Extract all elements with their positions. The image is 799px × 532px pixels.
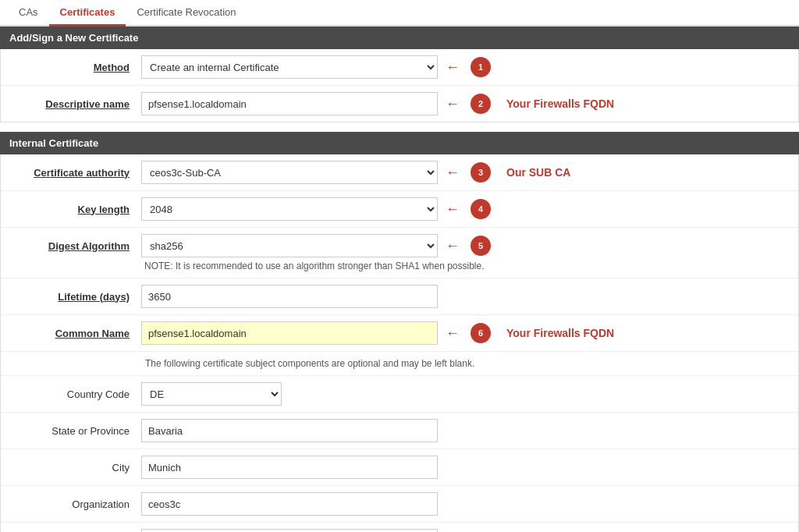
common-name-control-wrap: ← 6 Your Firewalls FQDN: [141, 321, 790, 345]
descriptive-name-input[interactable]: [141, 92, 438, 115]
certificate-authority-label: Certificate authority: [9, 167, 141, 179]
organization-row: Organization: [1, 486, 798, 523]
lifetime-row: Lifetime (days): [1, 278, 798, 315]
lifetime-input[interactable]: [141, 285, 438, 308]
organization-label: Organization: [9, 498, 141, 510]
digest-algorithm-label: Digest Algorithm: [9, 240, 141, 252]
key-length-row: Key length 512 1024 2048 4096 ← 4: [1, 191, 798, 228]
org-unit-input[interactable]: [141, 529, 438, 532]
state-province-input[interactable]: [141, 419, 438, 442]
certificate-authority-select[interactable]: ceos3c-Sub-CA: [141, 161, 438, 184]
country-code-select[interactable]: DE US GB FR: [141, 382, 282, 406]
add-sign-form: Method Create an internal Certificate Im…: [0, 49, 799, 122]
tab-certificates[interactable]: Certificates: [49, 0, 126, 27]
descriptive-name-control-wrap: ← 2 Your Firewalls FQDN: [141, 92, 790, 115]
country-code-control-wrap: DE US GB FR: [141, 382, 790, 406]
descriptive-name-step-number: 2: [471, 94, 491, 114]
organization-input[interactable]: [141, 492, 438, 516]
organization-control-wrap: [141, 492, 790, 516]
country-code-label: Country Code: [9, 388, 141, 400]
certificate-authority-row: Certificate authority ceos3c-Sub-CA ← 3 …: [1, 154, 798, 191]
tabs-bar: CAs Certificates Certificate Revocation: [0, 0, 799, 27]
key-length-step-number: 4: [471, 199, 491, 219]
ca-annotation: Our SUB CA: [506, 166, 570, 179]
lifetime-control-wrap: [141, 285, 790, 308]
state-province-row: State or Province: [1, 413, 798, 449]
common-name-label: Common Name: [9, 328, 141, 339]
descriptive-name-arrow-icon: ←: [446, 96, 460, 112]
internal-cert-header: Internal Certificate: [0, 132, 799, 154]
common-name-arrow-icon: ←: [446, 325, 460, 342]
key-length-control-wrap: 512 1024 2048 4096 ← 4: [141, 197, 790, 221]
city-label: City: [9, 462, 141, 473]
org-unit-control-wrap: [141, 529, 790, 532]
city-input[interactable]: [141, 456, 438, 479]
optional-note: The following certificate subject compon…: [1, 352, 798, 376]
city-control-wrap: [141, 456, 790, 479]
country-code-row: Country Code DE US GB FR: [1, 376, 798, 413]
city-row: City: [1, 449, 798, 486]
common-name-step-number: 6: [471, 323, 491, 343]
state-province-control-wrap: [141, 419, 790, 442]
digest-step-number: 5: [471, 236, 491, 256]
digest-arrow-icon: ←: [446, 238, 460, 254]
key-length-arrow-icon: ←: [446, 201, 460, 218]
ca-step-number: 3: [471, 162, 491, 183]
descriptive-name-label: Descriptive name: [9, 98, 141, 110]
method-row: Method Create an internal Certificate Im…: [1, 49, 798, 86]
state-province-label: State or Province: [9, 425, 141, 437]
digest-note: NOTE: It is recommended to use an algori…: [141, 257, 485, 271]
digest-algorithm-select[interactable]: sha1 sha256 sha384 sha512: [141, 234, 438, 257]
common-name-annotation: Your Firewalls FQDN: [506, 327, 614, 339]
method-select[interactable]: Create an internal Certificate Import an…: [141, 55, 438, 79]
add-sign-section: Add/Sign a New Certificate Method Create…: [0, 27, 799, 122]
common-name-row: Common Name ← 6 Your Firewalls FQDN: [1, 315, 798, 352]
org-unit-row: Organizational Unit: [1, 523, 798, 532]
add-sign-header: Add/Sign a New Certificate: [0, 27, 799, 49]
descriptive-name-row: Descriptive name ← 2 Your Firewalls FQDN: [1, 86, 798, 122]
method-control-wrap: Create an internal Certificate Import an…: [141, 55, 790, 79]
method-label: Method: [9, 62, 141, 73]
key-length-label: Key length: [9, 204, 141, 215]
certificate-authority-control-wrap: ceos3c-Sub-CA ← 3 Our SUB CA: [141, 161, 790, 184]
digest-algorithm-control-wrap: sha1 sha256 sha384 sha512 ← 5: [141, 234, 790, 257]
ca-arrow-icon: ←: [446, 165, 460, 181]
descriptive-name-annotation: Your Firewalls FQDN: [506, 98, 614, 110]
internal-cert-section: Internal Certificate Certificate authori…: [0, 132, 799, 532]
common-name-input[interactable]: [141, 321, 438, 345]
tab-cas[interactable]: CAs: [8, 0, 49, 27]
lifetime-label: Lifetime (days): [9, 291, 141, 303]
digest-algorithm-row: Digest Algorithm sha1 sha256 sha384 sha5…: [1, 228, 798, 278]
key-length-select[interactable]: 512 1024 2048 4096: [141, 197, 438, 221]
method-step-number: 1: [471, 57, 491, 77]
internal-cert-form: Certificate authority ceos3c-Sub-CA ← 3 …: [0, 154, 799, 532]
tab-certificate-revocation[interactable]: Certificate Revocation: [126, 0, 247, 27]
method-arrow-icon: ←: [446, 59, 460, 76]
